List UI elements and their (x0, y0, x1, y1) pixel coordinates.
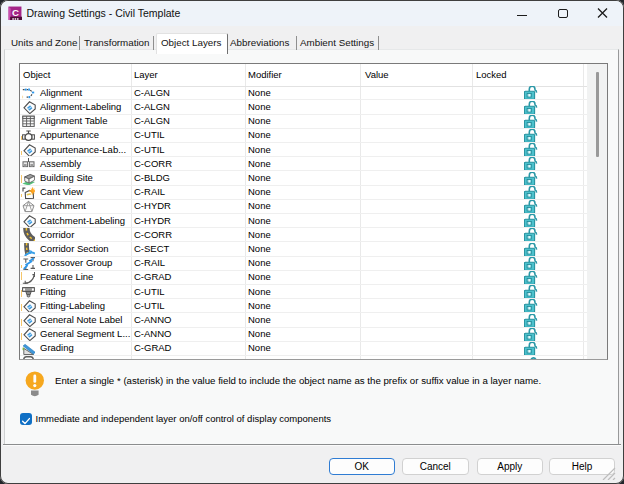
svg-text:C: C (12, 7, 19, 18)
